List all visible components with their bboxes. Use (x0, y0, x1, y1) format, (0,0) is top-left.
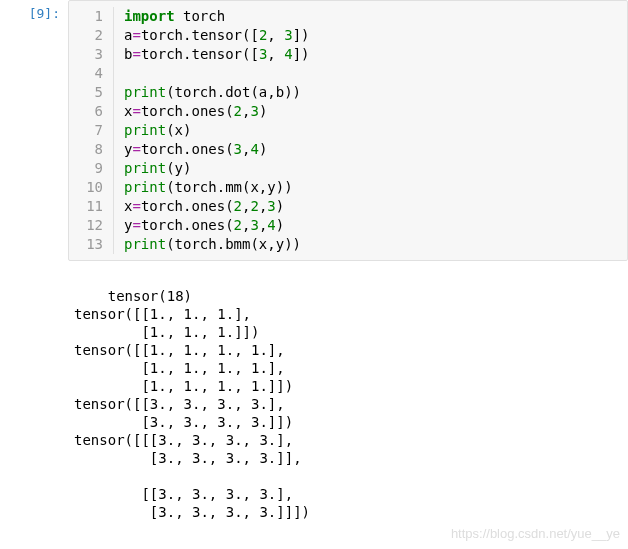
code-line[interactable]: a=torch.tensor([2, 3]) (124, 26, 627, 45)
output-cell: tensor(18) tensor([[1., 1., 1.], [1., 1.… (0, 261, 628, 547)
output-line: [1., 1., 1.]]) (74, 324, 259, 340)
code-line[interactable]: print(x) (124, 121, 627, 140)
input-prompt: [9]: (0, 0, 68, 21)
output-line: tensor([[3., 3., 3., 3.], (74, 396, 285, 412)
line-number: 10 (69, 178, 103, 197)
line-number: 8 (69, 140, 103, 159)
watermark: https://blog.csdn.net/yue__ye (451, 525, 620, 543)
line-number-gutter: 12345678910111213 (69, 7, 114, 254)
output-line: tensor([[1., 1., 1.], (74, 306, 251, 322)
line-number: 4 (69, 64, 103, 83)
code-line[interactable]: import torch (124, 7, 627, 26)
code-body[interactable]: import torcha=torch.tensor([2, 3])b=torc… (114, 7, 627, 254)
output-line: [1., 1., 1., 1.]]) (74, 378, 293, 394)
output-line: tensor(18) (108, 288, 192, 304)
output-line: tensor([[[3., 3., 3., 3.], (74, 432, 293, 448)
output-text: tensor(18) tensor([[1., 1., 1.], [1., 1.… (68, 261, 628, 547)
line-number: 12 (69, 216, 103, 235)
line-number: 3 (69, 45, 103, 64)
code-line[interactable]: y=torch.ones(2,3,4) (124, 216, 627, 235)
line-number: 6 (69, 102, 103, 121)
code-editor[interactable]: 12345678910111213 import torcha=torch.te… (68, 0, 628, 261)
code-cell: [9]: 12345678910111213 import torcha=tor… (0, 0, 628, 261)
code-line[interactable]: b=torch.tensor([3, 4]) (124, 45, 627, 64)
output-line: tensor([[1., 1., 1., 1.], (74, 342, 285, 358)
output-line: [3., 3., 3., 3.]], (74, 450, 302, 466)
code-line[interactable]: x=torch.ones(2,3) (124, 102, 627, 121)
code-line[interactable]: print(torch.mm(x,y)) (124, 178, 627, 197)
code-line[interactable]: x=torch.ones(2,2,3) (124, 197, 627, 216)
line-number: 2 (69, 26, 103, 45)
line-number: 9 (69, 159, 103, 178)
code-line[interactable]: print(torch.bmm(x,y)) (124, 235, 627, 254)
line-number: 1 (69, 7, 103, 26)
output-line: [3., 3., 3., 3.]]]) (74, 504, 310, 520)
output-line: [3., 3., 3., 3.]]) (74, 414, 293, 430)
line-number: 13 (69, 235, 103, 254)
code-line[interactable]: y=torch.ones(3,4) (124, 140, 627, 159)
line-number: 7 (69, 121, 103, 140)
code-line[interactable]: print(torch.dot(a,b)) (124, 83, 627, 102)
line-number: 5 (69, 83, 103, 102)
output-line: [1., 1., 1., 1.], (74, 360, 285, 376)
output-line: [[3., 3., 3., 3.], (74, 486, 293, 502)
line-number: 11 (69, 197, 103, 216)
code-line[interactable]: print(y) (124, 159, 627, 178)
code-line[interactable] (124, 64, 627, 83)
